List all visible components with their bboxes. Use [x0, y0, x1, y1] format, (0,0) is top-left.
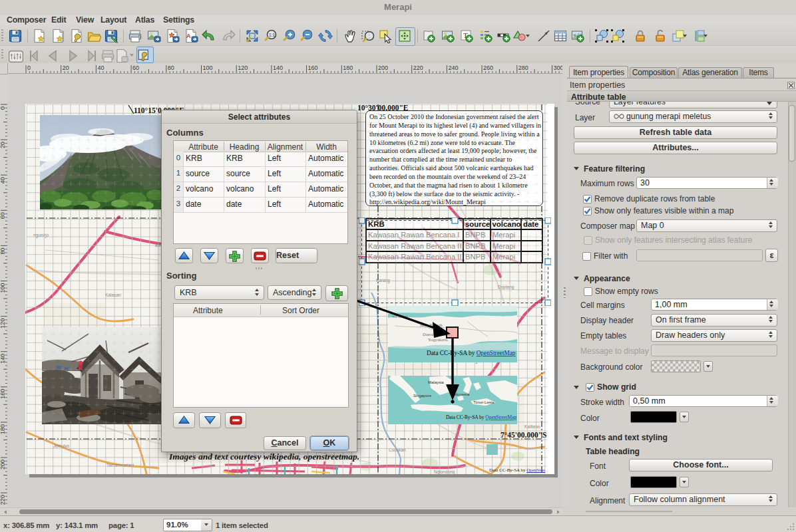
svg-text:220: 220	[413, 65, 423, 71]
svg-text:200: 200	[378, 65, 388, 71]
svg-text:80: 80	[168, 65, 174, 71]
svg-text:120: 120	[0, 319, 6, 329]
svg-text:60: 60	[132, 65, 139, 71]
svg-text:Timor-Leste: Timor-Leste	[473, 400, 495, 404]
svg-text:200: 200	[0, 460, 6, 469]
svg-text:0: 0	[27, 65, 31, 71]
svg-text:220: 220	[0, 495, 6, 505]
svg-text:40: 40	[97, 65, 104, 71]
svg-text:140: 140	[273, 65, 283, 71]
svg-text:140: 140	[0, 354, 6, 364]
svg-text:60: 60	[0, 212, 6, 219]
svg-text:260: 260	[483, 65, 493, 71]
svg-text:160: 160	[308, 65, 318, 71]
svg-text:100: 100	[203, 65, 213, 71]
svg-text:80: 80	[0, 247, 6, 254]
svg-text:100: 100	[0, 283, 6, 293]
svg-text:Data CC-By-SA by OpenStreetMap: Data CC-By-SA by OpenStreetMap	[446, 414, 516, 420]
svg-text:280: 280	[518, 65, 528, 71]
svg-text:A: A	[186, 33, 191, 39]
svg-text:180: 180	[0, 424, 6, 434]
svg-text:300: 300	[554, 65, 563, 71]
svg-text:0: 0	[0, 106, 6, 110]
svg-text:240: 240	[448, 65, 458, 71]
svg-text:120: 120	[238, 65, 248, 71]
svg-text:20: 20	[0, 142, 6, 148]
svg-text:20: 20	[63, 65, 69, 71]
svg-text:1:1: 1:1	[269, 33, 275, 37]
svg-text:160: 160	[0, 389, 6, 399]
svg-text:40: 40	[0, 177, 6, 184]
svg-text:180: 180	[343, 65, 353, 71]
